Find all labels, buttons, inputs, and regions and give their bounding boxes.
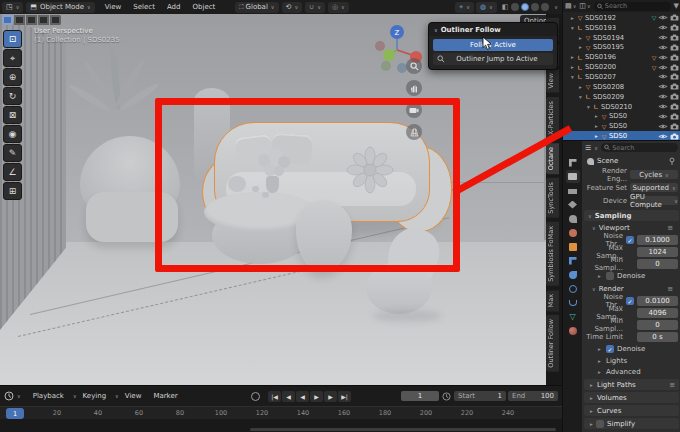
eye-icon[interactable]: [658, 103, 668, 110]
time-limit-field[interactable]: 0 s: [637, 332, 678, 342]
shading-solid-icon[interactable]: [521, 3, 529, 11]
add-cube-tool[interactable]: ⊞: [3, 182, 22, 200]
timeline-scrollbar[interactable]: [250, 428, 556, 431]
material-tab-icon[interactable]: [566, 324, 580, 337]
camera-icon[interactable]: [670, 133, 679, 140]
modifiers-tab-icon[interactable]: [566, 254, 580, 267]
outliner-row[interactable]: ▸∟SDS0200 ▽: [563, 62, 680, 72]
r-max-samples-field[interactable]: 4096: [637, 308, 678, 318]
eye-icon[interactable]: [658, 93, 668, 100]
simplify-section[interactable]: ▸Simplify: [584, 418, 679, 429]
tab-outliner-follow[interactable]: Outliner Follow: [546, 315, 559, 372]
pivot-dropdown[interactable]: ⟲∨: [282, 2, 303, 13]
end-frame-field[interactable]: End100: [508, 391, 558, 401]
r-min-samples-field[interactable]: 0: [637, 320, 678, 330]
device-dropdown[interactable]: GPU Compute∨: [630, 196, 678, 206]
scale-tool[interactable]: ⊠: [3, 106, 22, 124]
camera-icon[interactable]: [670, 34, 679, 41]
camera-icon[interactable]: [670, 64, 679, 71]
expander-icon[interactable]: ▸: [577, 35, 584, 41]
preset-icon[interactable]: ≡: [667, 285, 673, 293]
pan-button[interactable]: [406, 80, 422, 96]
volumes-section[interactable]: ▸Volumes: [584, 392, 679, 403]
expander-icon[interactable]: ▸: [577, 84, 584, 90]
measure-tool[interactable]: ∠: [3, 163, 22, 181]
menu-select[interactable]: Select: [127, 3, 161, 11]
auto-keying-button[interactable]: [251, 392, 260, 401]
eye-icon[interactable]: [658, 34, 668, 41]
outliner-row[interactable]: ▸▽SDS0194: [563, 33, 680, 43]
annotate-tool[interactable]: ✎: [3, 144, 22, 162]
camera-icon[interactable]: [670, 14, 679, 21]
vp-min-samples-field[interactable]: 0: [637, 259, 678, 269]
sampling-section-header[interactable]: ∨Sampling: [584, 210, 679, 221]
expander-icon[interactable]: ▾: [585, 104, 592, 110]
eye-icon[interactable]: [658, 113, 668, 120]
camera-icon[interactable]: [670, 73, 679, 80]
jump-to-start-button[interactable]: |◀: [268, 391, 281, 402]
scene-tab-icon[interactable]: [566, 212, 580, 225]
select-mode-subtract[interactable]: [26, 15, 37, 25]
curves-section[interactable]: ▸Curves: [584, 405, 679, 416]
output-tab-icon[interactable]: [566, 184, 580, 197]
eye-icon[interactable]: [658, 14, 668, 21]
outliner-row[interactable]: ▸▽SDS0208: [563, 82, 680, 92]
expander-icon[interactable]: ▾: [569, 25, 576, 31]
light-paths-section[interactable]: ▸Light Paths ≡: [584, 379, 679, 390]
menu-view[interactable]: View: [99, 3, 128, 11]
expander-icon[interactable]: ▾: [569, 74, 576, 80]
pin-icon[interactable]: [668, 157, 676, 165]
select-mode-invert[interactable]: [38, 15, 49, 25]
zoom-button[interactable]: [406, 58, 422, 74]
outliner-editor-icon[interactable]: ▤: [565, 2, 572, 10]
eye-icon[interactable]: [658, 133, 668, 140]
overlays-toggle[interactable]: ◍∨: [476, 2, 497, 13]
timeline-track-area[interactable]: [0, 419, 562, 432]
view-layer-tab-icon[interactable]: [566, 198, 580, 211]
eye-icon[interactable]: [658, 54, 668, 61]
camera-icon[interactable]: [670, 113, 679, 120]
object-data-tab-icon[interactable]: ▽: [566, 310, 580, 323]
camera-icon[interactable]: [670, 54, 679, 61]
r-denoise-checkbox[interactable]: ✓: [606, 345, 614, 353]
outliner-row[interactable]: ▾∟SDS0210: [563, 102, 680, 112]
render-tab-icon[interactable]: [566, 170, 580, 183]
simplify-checkbox[interactable]: [596, 420, 604, 428]
expander-icon[interactable]: ▾: [577, 94, 584, 100]
next-keyframe-button[interactable]: ▶: [324, 391, 337, 402]
tab-octane[interactable]: Octane: [546, 143, 559, 174]
camera-icon[interactable]: [670, 123, 679, 130]
properties-search[interactable]: [601, 143, 678, 152]
camera-icon[interactable]: [670, 103, 679, 110]
mode-dropdown[interactable]: ⬒ Object Mode∨: [26, 2, 94, 13]
timeline-ruler[interactable]: 20 40 60 80 100 120 140 160 180 200 220 …: [0, 406, 562, 420]
select-mode-new[interactable]: [2, 15, 13, 25]
outliner-row[interactable]: ▸▽SDS0192 ▽: [563, 13, 680, 23]
clock-icon[interactable]: [4, 391, 14, 401]
playhead[interactable]: 1: [6, 408, 24, 419]
object-tab-icon[interactable]: [566, 240, 580, 253]
prev-keyframe-button[interactable]: ◀: [282, 391, 295, 402]
start-frame-field[interactable]: Start1: [454, 391, 506, 401]
follow-active-button[interactable]: Follow Active: [433, 39, 553, 51]
camera-icon[interactable]: [670, 44, 679, 51]
outliner-row[interactable]: ▸▽SDS0195: [563, 43, 680, 53]
jump-to-end-button[interactable]: ▶|: [338, 391, 351, 402]
eye-icon[interactable]: [658, 73, 668, 80]
play-reverse-button[interactable]: ◀: [296, 391, 309, 402]
menu-keying[interactable]: Keying: [77, 392, 113, 400]
editor-type-button[interactable]: ◳∨: [2, 2, 23, 13]
outliner-row[interactable]: ▸▽SDS0: [563, 121, 680, 131]
outliner-row[interactable]: ▸▽SDS0: [563, 111, 680, 121]
transform-tool[interactable]: ◉: [3, 125, 22, 143]
menu-object[interactable]: Object: [187, 3, 222, 11]
shading-rendered-icon[interactable]: [541, 3, 549, 11]
preset-icon[interactable]: ≡: [667, 224, 673, 232]
expander-icon[interactable]: ▸: [593, 113, 600, 119]
camera-icon[interactable]: [670, 93, 679, 100]
filter-icon[interactable]: ▼: [674, 2, 679, 10]
select-mode-extend[interactable]: [14, 15, 25, 25]
tool-tab-icon[interactable]: [566, 156, 580, 169]
render-engine-dropdown[interactable]: Cycles∨: [630, 170, 678, 180]
shading-dropdown[interactable]: ∨: [554, 4, 558, 10]
